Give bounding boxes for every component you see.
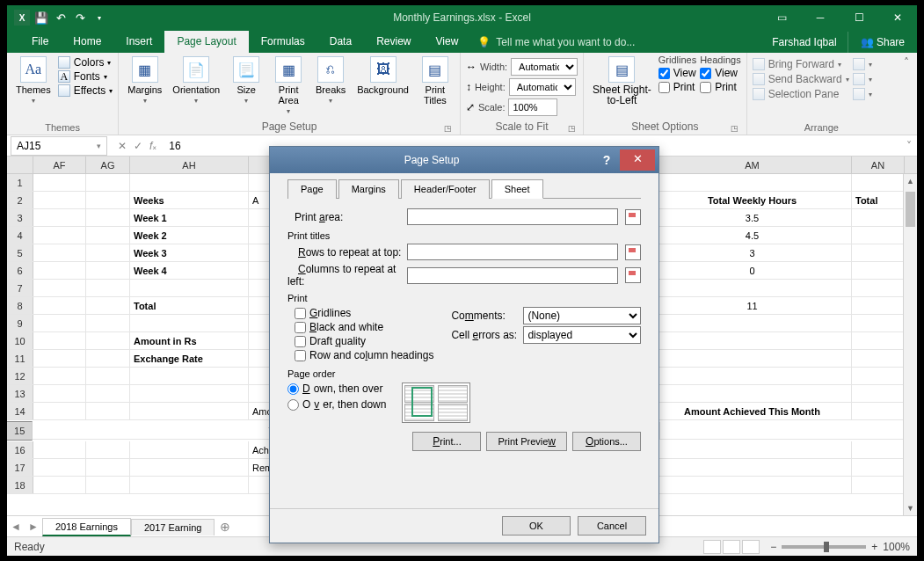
cell[interactable]: Amount Achieved This Month [653, 403, 852, 419]
page-setup-launcher-icon[interactable]: ◳ [444, 124, 453, 133]
row-header[interactable]: 10 [7, 332, 33, 349]
cell[interactable] [86, 315, 130, 332]
cell[interactable] [852, 244, 905, 261]
cell[interactable] [33, 209, 86, 226]
print-preview-button[interactable]: Print Preview [486, 432, 567, 451]
column-header[interactable]: AN [852, 157, 905, 173]
cancel-button[interactable]: Cancel [578, 516, 646, 536]
cell[interactable] [653, 315, 852, 332]
cell[interactable] [86, 174, 130, 191]
cell[interactable]: Week 2 [130, 227, 249, 244]
sheet-nav-prev-icon[interactable]: ◄ [7, 521, 25, 533]
cellerrors-select[interactable]: displayed [523, 326, 641, 344]
cell[interactable] [86, 477, 130, 493]
dlg-tab-margins[interactable]: Margins [338, 179, 399, 199]
print-area-input[interactable] [407, 208, 618, 225]
print-titles-button[interactable]: ▤Print Titles [416, 55, 455, 107]
row-header[interactable]: 2 [7, 192, 33, 208]
row-header[interactable]: 12 [7, 368, 33, 384]
cell[interactable] [653, 441, 852, 458]
cell[interactable] [86, 441, 130, 458]
cell[interactable]: Exchange Rate [130, 350, 249, 367]
cell[interactable] [86, 368, 130, 384]
view-page-break-icon[interactable] [742, 540, 760, 554]
comments-select[interactable]: (None) [523, 307, 641, 324]
cell[interactable] [130, 385, 249, 402]
cell[interactable] [653, 477, 852, 493]
orientation-button[interactable]: 📄Orientation▾ [169, 55, 223, 106]
add-sheet-icon[interactable]: ⊕ [215, 520, 236, 534]
cell[interactable] [33, 192, 86, 208]
sheet-nav-next-icon[interactable]: ► [25, 521, 42, 533]
cell[interactable] [852, 315, 905, 332]
tab-file[interactable]: File [19, 31, 61, 53]
cell[interactable] [852, 262, 905, 279]
minimize-button[interactable]: ─ [801, 5, 840, 30]
scale-launcher-icon[interactable]: ◳ [567, 124, 576, 133]
select-all-triangle[interactable] [7, 157, 33, 173]
cell[interactable]: Week 3 [130, 244, 249, 261]
draft-checkbox[interactable] [295, 336, 306, 347]
cell[interactable] [86, 332, 130, 349]
fx-icon[interactable]: fₓ [149, 140, 156, 152]
dialog-titlebar[interactable]: Page Setup ? ✕ [270, 147, 658, 173]
expand-formula-icon[interactable]: ˅ [901, 140, 917, 152]
cell[interactable] [33, 315, 86, 332]
row-header[interactable]: 3 [7, 209, 33, 226]
rotate-button[interactable]: ▾ [853, 88, 872, 100]
row-header[interactable]: 5 [7, 244, 33, 261]
row-header[interactable]: 17 [7, 459, 33, 476]
cell[interactable] [852, 332, 905, 349]
rows-repeat-picker-icon[interactable] [625, 244, 641, 260]
down-over-radio[interactable]: Down, then over [287, 382, 386, 395]
cell[interactable] [653, 385, 852, 402]
row-header[interactable]: 7 [7, 280, 33, 296]
cell[interactable] [33, 280, 86, 296]
dialog-help-icon[interactable]: ? [593, 153, 620, 167]
fonts-button[interactable]: AFonts▾ [58, 70, 113, 83]
row-header[interactable]: 14 [7, 403, 33, 419]
cell[interactable] [33, 477, 86, 493]
zoom-level[interactable]: 100% [883, 541, 910, 553]
cell[interactable] [130, 280, 249, 296]
row-header[interactable]: 18 [7, 477, 33, 493]
over-down-radio[interactable]: Over, then down [287, 398, 386, 411]
ok-button[interactable]: OK [502, 516, 571, 536]
cell[interactable] [86, 385, 130, 402]
cell[interactable] [852, 403, 905, 419]
enter-edit-icon[interactable]: ✓ [134, 140, 142, 152]
cell[interactable] [33, 403, 86, 419]
cell[interactable] [653, 332, 852, 349]
row-header[interactable]: 8 [7, 297, 33, 314]
cell[interactable] [852, 350, 905, 367]
cell[interactable]: 3.5 [653, 209, 852, 226]
sheetopts-launcher-icon[interactable]: ◳ [731, 124, 739, 133]
cell[interactable] [852, 477, 905, 493]
cell[interactable] [852, 280, 905, 296]
row-header[interactable]: 15 [7, 421, 33, 441]
qat-dropdown-icon[interactable]: ▾ [91, 10, 107, 26]
dlg-tab-header-footer[interactable]: Header/Footer [401, 179, 490, 199]
zoom-in-icon[interactable]: + [871, 541, 877, 553]
cell[interactable] [33, 459, 86, 476]
dialog-close-button[interactable]: ✕ [620, 149, 655, 171]
sheet-tab[interactable]: 2017 Earning [131, 519, 215, 536]
row-header[interactable]: 16 [7, 441, 33, 458]
cell[interactable] [33, 332, 86, 349]
row-header[interactable]: 9 [7, 315, 33, 332]
cell[interactable] [33, 227, 86, 244]
cell[interactable] [653, 174, 852, 191]
breaks-button[interactable]: ⎌Breaks▾ [311, 55, 350, 106]
name-box[interactable]: AJ15▾ [11, 136, 107, 156]
cancel-edit-icon[interactable]: ✕ [118, 140, 127, 152]
sheet-tab-active[interactable]: 2018 Earnings [42, 518, 131, 536]
tab-home[interactable]: Home [61, 31, 113, 53]
width-select[interactable]: Automatic [511, 58, 578, 76]
cell[interactable] [130, 174, 249, 191]
cell[interactable]: 3 [653, 244, 852, 261]
cell[interactable] [86, 403, 130, 419]
cell[interactable] [852, 385, 905, 402]
row-header[interactable]: 11 [7, 350, 33, 367]
cell[interactable]: Week 4 [130, 262, 249, 279]
effects-button[interactable]: Effects▾ [58, 84, 113, 97]
